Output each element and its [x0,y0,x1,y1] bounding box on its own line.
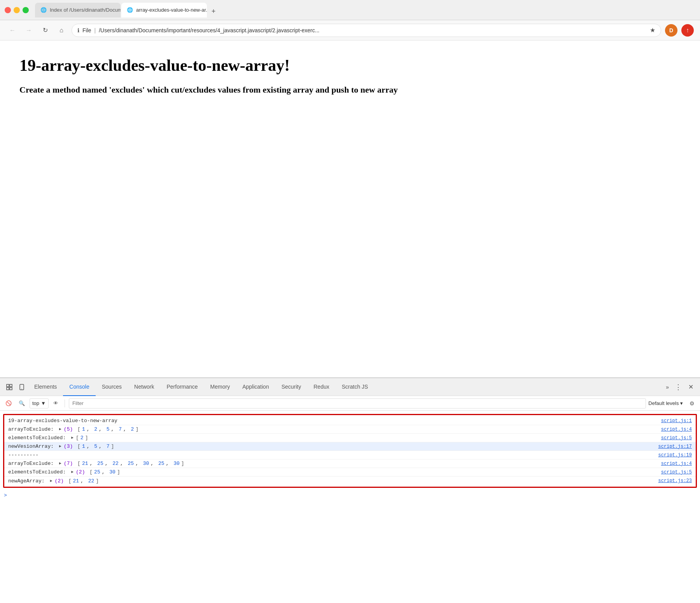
maximize-window-button[interactable] [23,7,29,13]
console-line-2-count: (5) [64,426,76,432]
console-line-4-left: newVesionArray: ► (3) [ 1, 5, 7 ] [8,443,658,449]
svg-rect-1 [10,384,12,387]
console-line-4-file[interactable]: script.js:17 [658,444,692,449]
svg-point-5 [21,389,22,389]
reload-button[interactable]: ↻ [39,24,51,37]
info-icon: ℹ [77,27,79,33]
tab-1-icon: 🌐 [40,7,47,13]
console-line-3: elementsToExcluded: ► [ 2 ] script.js:5 [4,434,696,442]
console-line-7-count: (2) [76,469,88,475]
page-content: 19-array-excludes-value-to-new-array! Cr… [0,40,700,377]
svg-rect-3 [10,387,12,390]
console-line-2-file[interactable]: script.js:4 [661,427,692,432]
console-line-6-v1: 21 [82,461,88,466]
console-line-3-arrow[interactable]: ► [71,436,74,440]
clear-console-button[interactable]: 🚫 [3,399,14,408]
filter-button[interactable]: 🔍 [16,399,27,408]
default-levels-selector[interactable]: Default levels ▾ [648,400,683,406]
devtools-tab-security[interactable]: Security [275,378,308,396]
console-line-1: 19-array-excludes-value-to-new-array scr… [4,417,696,425]
console-line-6-arrow[interactable]: ► [59,461,61,466]
title-bar: 🌐 Index of /Users/dinanath/Docum... ✕ 🌐 … [0,0,700,20]
console-line-4-close: ] [111,443,114,449]
eye-button[interactable]: 👁 [51,399,61,408]
console-line-3-left: elementsToExcluded: ► [ 2 ] [8,435,661,441]
console-line-2-v3: 5 [107,426,110,432]
new-tab-button[interactable]: + [208,6,219,18]
console-line-6-open: [ [77,461,80,466]
update-button[interactable]: ↑ [681,24,694,37]
context-selector-value: top [32,400,39,406]
console-line-2-label: arrayToExclude: [8,426,57,432]
devtools-tab-scratchjs[interactable]: Scratch JS [336,378,374,396]
tab-2[interactable]: 🌐 array-excludes-value-to-new-ar... ✕ [121,3,207,18]
settings-button[interactable]: ⚙ [687,398,697,408]
devtools-tab-sources[interactable]: Sources [96,378,128,396]
console-line-7-arrow[interactable]: ► [71,470,74,474]
devtools-toolbar: 🚫 🔍 top ▼ 👁 Default levels ▾ ⚙ [0,396,700,411]
devtools-tab-console[interactable]: Console [63,378,95,396]
devtools-more-button[interactable]: » [663,378,672,396]
back-button[interactable]: ← [6,24,19,37]
console-line-2: arrayToExclude: ► (5) [ 1, 2, 5, 7, 2 ] … [4,425,696,434]
console-line-4-label: newVesionArray: [8,443,57,449]
devtools-tab-network-label: Network [134,384,154,390]
context-selector[interactable]: top ▼ [30,398,49,408]
devtools-menu-button[interactable]: ⋮ [672,381,684,393]
devtools-tab-scratchjs-label: Scratch JS [342,384,368,390]
devtools-inspect-button[interactable] [3,381,16,393]
devtools-tab-redux[interactable]: Redux [307,378,335,396]
console-line-1-left: 19-array-excludes-value-to-new-array [8,418,661,424]
console-line-2-arrow[interactable]: ► [59,427,61,431]
browser-frame: 🌐 Index of /Users/dinanath/Docum... ✕ 🌐 … [0,0,700,603]
console-line-1-file[interactable]: script.js:1 [661,418,692,424]
devtools-panel: Elements Console Sources Network Perform… [0,377,700,603]
page-subtitle: Create a method named 'excludes' which c… [19,84,681,96]
console-line-6: arrayToExclude: ► (7) [ 21, 25, 22, 25, … [4,459,696,468]
devtools-tab-application[interactable]: Application [236,378,275,396]
console-line-8-open: [ [68,478,72,484]
console-line-3-file[interactable]: script.js:5 [661,435,692,441]
close-window-button[interactable] [5,7,11,13]
console-line-8-file[interactable]: script.js:23 [658,478,692,484]
devtools-tab-memory[interactable]: Memory [204,378,236,396]
console-line-8-close: ] [96,478,99,484]
console-line-2-v2: 2 [94,426,97,432]
console-prompt[interactable]: > [0,491,700,500]
devtools-tab-sources-label: Sources [102,384,122,390]
console-line-5-left: ---------- [8,452,658,458]
console-line-7-left: elementsToExcluded: ► (2) [ 25, 30 ] [8,469,661,475]
forward-button[interactable]: → [23,24,35,37]
tab-1[interactable]: 🌐 Index of /Users/dinanath/Docum... ✕ [35,3,121,18]
console-line-6-left: arrayToExclude: ► (7) [ 21, 25, 22, 25, … [8,461,661,466]
console-line-7-open: [ [89,469,93,475]
console-line-1-label: 19-array-excludes-value-to-new-array [8,418,117,424]
console-line-7-close: ] [117,469,120,475]
devtools-device-button[interactable] [16,381,28,393]
console-line-7: elementsToExcluded: ► (2) [ 25, 30 ] scr… [4,468,696,477]
console-line-4: newVesionArray: ► (3) [ 1, 5, 7 ] script… [4,442,696,451]
console-line-2-close: ] [135,426,138,432]
console-line-5-file[interactable]: script.js:19 [658,452,692,458]
filter-input[interactable] [69,398,646,408]
console-line-7-file[interactable]: script.js:5 [661,470,692,475]
profile-avatar[interactable]: D [665,24,677,37]
console-line-4-arrow[interactable]: ► [59,444,61,449]
devtools-tab-network[interactable]: Network [128,378,160,396]
svg-rect-2 [7,387,9,390]
console-line-6-file[interactable]: script.js:4 [661,461,692,466]
devtools-tab-console-label: Console [69,384,89,390]
devtools-close-button[interactable]: ✕ [684,381,697,393]
devtools-tab-elements-label: Elements [34,384,57,390]
home-button[interactable]: ⌂ [55,24,68,37]
minimize-window-button[interactable] [14,7,20,13]
address-bar[interactable]: ℹ File | /Users/dinanath/Documents/impor… [72,24,661,37]
console-line-8-v2: 22 [88,478,94,484]
bookmark-button[interactable]: ★ [650,26,655,34]
devtools-tab-elements[interactable]: Elements [28,378,63,396]
console-line-4-v3: 7 [107,443,110,449]
devtools-tab-performance[interactable]: Performance [160,378,204,396]
nav-bar: ← → ↻ ⌂ ℹ File | /Users/dinanath/Documen… [0,20,700,40]
console-line-8-arrow[interactable]: ► [50,479,52,483]
console-line-2-left: arrayToExclude: ► (5) [ 1, 2, 5, 7, 2 ] [8,426,661,432]
